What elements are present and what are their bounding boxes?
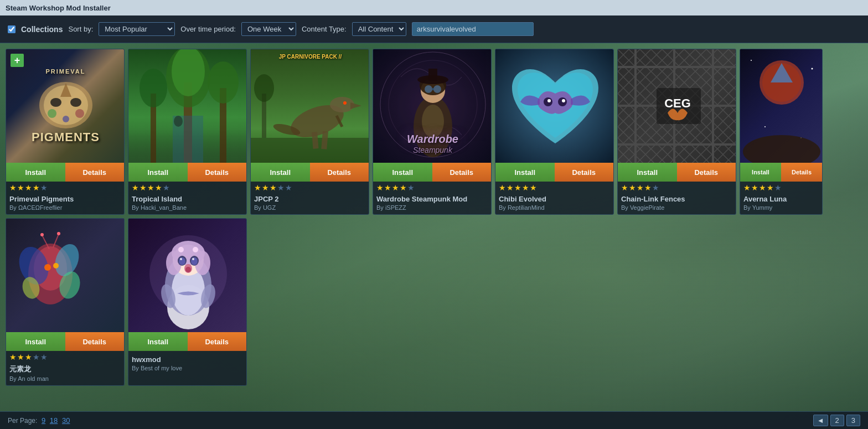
mod-author-chibi: By ReptilianMind [499, 204, 610, 211]
install-button-hwxmod[interactable]: Install [128, 332, 188, 351]
mod-card-chain-link: CEG Install Details ★ ★ ★ ★ ★ [617, 49, 736, 215]
plus-badge: + [11, 54, 24, 67]
mod-thumbnail-chibi [495, 49, 614, 163]
mod-name-hwxmod: hwxmod [132, 355, 243, 364]
per-page-label: Per Page: [8, 417, 37, 425]
mod-name-jpcp: JPCP 2 [254, 195, 365, 203]
svg-point-12 [140, 69, 167, 107]
install-button-wardrobe[interactable]: Install [373, 163, 432, 182]
install-button-jpcp[interactable]: Install [251, 163, 310, 182]
svg-point-88 [180, 258, 182, 260]
mod-thumbnail-chainlink: CEG [618, 49, 736, 163]
per-page-30[interactable]: 30 [62, 416, 70, 425]
page-2-button[interactable]: 2 [830, 415, 844, 426]
svg-point-3 [70, 98, 81, 107]
svg-point-21 [343, 101, 347, 105]
mod-buttons: Install Details [251, 163, 369, 182]
search-input[interactable] [412, 22, 534, 36]
mod-stars-tropical: ★ ★ ★ ★ ★ [128, 182, 246, 194]
details-button-yuansu[interactable]: Details [65, 332, 125, 351]
period-select[interactable]: One Week One Month Six Months All Time [241, 22, 296, 36]
mod-grid: + PRIMEVAL [0, 43, 868, 386]
mod-thumbnail-averna [740, 49, 823, 163]
period-label: Over time period: [180, 25, 236, 33]
pagination-bar: Per Page: 9 18 30 ◄ 2 3 [0, 411, 868, 429]
svg-marker-20 [350, 102, 361, 109]
mod-author-primeval: By ΩACEΩFreeflier [9, 204, 121, 211]
mod-info-wardrobe: Wardrobe Steampunk Mod By iSPEZZ [373, 194, 491, 214]
svg-point-7 [63, 116, 69, 122]
page-3-button[interactable]: 3 [846, 415, 860, 426]
svg-point-5 [48, 109, 56, 118]
svg-point-2 [50, 98, 61, 107]
mod-name-tropical: Tropical Island [132, 195, 243, 203]
svg-rect-51 [618, 143, 736, 146]
mod-stars-primeval: ★ ★ ★ ★ ★ [6, 182, 124, 194]
svg-point-42 [562, 99, 565, 102]
mod-author-chainlink: By VeggiePirate [621, 204, 732, 211]
page-navigation: ◄ 2 3 [813, 415, 860, 426]
collections-checkbox[interactable] [8, 25, 16, 33]
svg-point-16 [174, 116, 183, 127]
details-button-averna[interactable]: Details [781, 163, 822, 182]
svg-rect-17 [251, 138, 369, 163]
mod-card-tropical-island: Install Details ★ ★ ★ ★ ★ Tropical Islan… [128, 49, 247, 215]
details-button-hwxmod[interactable]: Details [188, 332, 247, 351]
mod-author-tropical: By Hacki_van_Bane [132, 204, 243, 211]
mod-info-hwxmod: hwxmod By Best of my love [128, 354, 246, 375]
mod-buttons: Install Details [373, 163, 491, 182]
per-page-18[interactable]: 18 [50, 416, 58, 425]
sort-label: Sort by: [68, 25, 93, 33]
mod-card-yuansu: Install Details ★ ★ ★ ★ ★ 元素龙 By An old … [6, 218, 125, 386]
mod-info-chainlink: Chain-Link Fences By VeggiePirate [618, 194, 736, 214]
svg-point-73 [57, 232, 60, 235]
mod-buttons: Install Details [6, 163, 124, 182]
mod-info-tropical: Tropical Island By Hacki_van_Bane [128, 194, 246, 214]
install-button-primeval[interactable]: Install [6, 163, 65, 182]
svg-point-36 [425, 85, 432, 93]
content-select[interactable]: All Content Items Maps Mods Scenarios [352, 22, 406, 36]
mod-buttons: Install Details [128, 332, 246, 351]
mod-card-jpcp2: JP CARNIVORE PACK // [250, 49, 369, 215]
details-button-jpcp[interactable]: Details [310, 163, 369, 182]
install-button-tropical[interactable]: Install [128, 163, 188, 182]
mod-stars-yuansu: ★ ★ ★ ★ ★ [6, 351, 124, 363]
mod-card-chibi-evolved: Install Details ★ ★ ★ ★ ★ Chibi Evolved … [495, 49, 614, 215]
svg-point-91 [185, 267, 191, 272]
details-button-wardrobe[interactable]: Details [432, 163, 492, 182]
details-button-primeval[interactable]: Details [65, 163, 125, 182]
mod-name-primeval: Primeval Pigments [9, 195, 121, 203]
install-button-chainlink[interactable]: Install [618, 163, 677, 182]
mod-buttons: Install Details [128, 163, 246, 182]
svg-rect-35 [428, 69, 437, 81]
mod-buttons: Install Details [495, 163, 613, 182]
svg-point-83 [193, 247, 198, 252]
mod-card-averna-luna: Install Details ★ ★ ★ ★ ★ Averna Luna By… [740, 49, 823, 215]
svg-rect-38 [432, 88, 433, 90]
mod-thumbnail-hwxmod [128, 219, 247, 332]
install-button-yuansu[interactable]: Install [6, 332, 65, 351]
prev-page-button[interactable]: ◄ [813, 415, 828, 426]
per-page-section: Per Page: 9 18 30 [8, 416, 70, 425]
details-button-chainlink[interactable]: Details [677, 163, 736, 182]
mod-thumbnail-primeval: + PRIMEVAL [6, 49, 125, 163]
svg-point-69 [53, 263, 59, 268]
mod-stars-chibi: ★ ★ ★ ★ ★ [495, 182, 613, 194]
sort-select[interactable]: Most Popular Recently Updated Top Rated … [99, 22, 175, 36]
mod-thumbnail-jpcp: JP CARNIVORE PACK // [251, 49, 369, 163]
install-button-averna[interactable]: Install [740, 163, 781, 182]
details-button-tropical[interactable]: Details [188, 163, 247, 182]
mod-info-averna: Averna Luna By Yummy [740, 194, 822, 214]
mod-author-averna: By Yummy [743, 204, 819, 211]
content-label: Content Type: [302, 25, 347, 33]
mod-name-yuansu: 元素龙 [9, 364, 121, 374]
install-button-chibi[interactable]: Install [495, 163, 555, 182]
mod-buttons: Install Details [6, 332, 124, 351]
details-button-chibi[interactable]: Details [555, 163, 614, 182]
svg-point-72 [40, 233, 44, 236]
svg-point-59 [764, 126, 766, 127]
svg-point-87 [191, 257, 198, 265]
mod-name-chibi: Chibi Evolved [499, 195, 610, 203]
per-page-9[interactable]: 9 [42, 416, 45, 425]
titlebar: Steam Workshop Mod Installer [0, 0, 868, 15]
